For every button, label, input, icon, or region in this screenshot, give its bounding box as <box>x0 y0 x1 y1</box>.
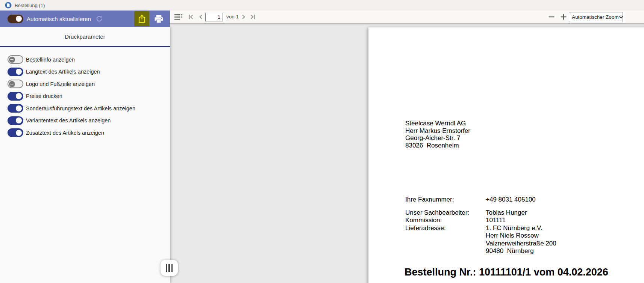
toggle-sonderausfuehrungstext-anzeigen[interactable] <box>8 104 23 113</box>
pdf-toolbar: von 1 Automatischer Zoom <box>170 11 644 24</box>
recipient-line: Herr Markus Ernstorfer <box>405 127 470 135</box>
info-row: 90480 Nürnberg <box>405 247 556 255</box>
info-row: Unser Sachbearbeiter: Tobias Hunger <box>405 209 556 217</box>
toggle-knob <box>16 105 22 111</box>
info-label: Lieferadresse: <box>405 224 486 232</box>
info-value: 101111 <box>486 217 506 224</box>
info-label: Unser Sachbearbeiter: <box>405 209 486 217</box>
param-label: Logo und Fußzeile anzeigen <box>26 81 95 87</box>
info-row: Herr Niels Rossow <box>405 232 556 240</box>
info-value: Valznerweiherstraße 200 <box>486 240 556 248</box>
sidebar-resize-handle[interactable] <box>161 260 178 276</box>
window-title: Bestellung (1) <box>15 3 45 8</box>
first-page-icon <box>188 14 194 20</box>
page-number-input[interactable] <box>205 13 223 21</box>
toggle-knob <box>16 130 22 136</box>
toggle-logo-fusszeile-anzeigen[interactable] <box>8 80 23 88</box>
sidebar-title: Druckparameter <box>65 33 105 40</box>
sidebar-section-header: Druckparameter <box>0 27 170 47</box>
pdf-viewer-area: Steelcase Werndl AG Herr Markus Ernstorf… <box>170 24 644 283</box>
share-button[interactable] <box>134 11 149 26</box>
toggle-knob <box>9 57 15 63</box>
grip-bar <box>166 264 167 272</box>
info-value: Herr Niels Rossow <box>486 232 539 240</box>
minus-icon <box>548 14 555 20</box>
next-page-button[interactable] <box>240 11 247 23</box>
param-row-logo-fusszeile: Logo und Fußzeile anzeigen <box>8 80 170 88</box>
chevron-left-icon <box>199 14 203 20</box>
toggle-bestellinfo-anzeigen[interactable] <box>8 55 23 64</box>
info-row: Ihre Faxnummer: +49 8031 405100 <box>405 196 556 204</box>
zoom-select[interactable]: Automatischer Zoom <box>569 12 623 22</box>
param-label: Zusatztext des Artikels anzeigen <box>26 130 104 136</box>
toggle-knob <box>16 93 22 99</box>
param-row-variantentext: Variantentext des Artikels anzeigen <box>8 116 170 125</box>
param-label: Variantentext des Artikels anzeigen <box>26 117 111 123</box>
toggle-variantentext-anzeigen[interactable] <box>8 116 23 125</box>
grip-bar <box>168 264 170 272</box>
auto-update-toggle[interactable] <box>8 15 23 23</box>
info-row: Kommission: 101111 <box>405 217 556 224</box>
info-label: Ihre Faxnummer: <box>405 196 486 204</box>
window-titlebar: Bestellung (1) <box>0 0 644 11</box>
info-value: Tobias Hunger <box>486 209 527 217</box>
param-row-bestellinfo: Bestellinfo anzeigen <box>8 55 170 64</box>
auto-update-label: Automatisch aktualisieren <box>27 16 91 22</box>
info-label: Kommission: <box>405 217 486 224</box>
recipient-line: 83026 Rosenheim <box>405 142 470 149</box>
first-page-button[interactable] <box>186 11 195 23</box>
pdf-page: Steelcase Werndl AG Herr Markus Ernstorf… <box>368 27 644 283</box>
refresh-icon[interactable] <box>95 15 103 23</box>
toggle-langtext-anzeigen[interactable] <box>8 68 23 76</box>
param-row-preise: Preise drucken <box>8 92 170 101</box>
info-row: Valznerweiherstraße 200 <box>405 240 556 248</box>
chevron-down-icon <box>619 16 623 19</box>
bestellung-document-icon <box>5 2 12 9</box>
param-row-sonderausfuehrungstext: Sonderausführungstext des Artikels anzei… <box>8 104 170 113</box>
info-label <box>405 247 486 255</box>
toggle-preise-drucken[interactable] <box>8 92 23 101</box>
param-label: Bestellinfo anzeigen <box>26 57 75 63</box>
toggle-sidebar-button[interactable] <box>173 11 184 23</box>
param-label: Langtext des Artikels anzeigen <box>26 69 100 75</box>
info-row: Lieferadresse: 1. FC Nürnberg e.V. <box>405 224 556 232</box>
param-row-zusatztext: Zusatztext des Artikels anzeigen <box>8 128 170 137</box>
info-value: +49 8031 405100 <box>486 196 536 204</box>
chevron-right-icon <box>241 14 246 20</box>
print-parameters-sidebar: Druckparameter Bestellinfo anzeigen Lang… <box>0 27 170 283</box>
toggle-knob <box>16 69 22 75</box>
zoom-out-button[interactable] <box>547 11 556 23</box>
toggle-knob <box>9 81 15 87</box>
toggle-zusatztext-anzeigen[interactable] <box>8 128 23 137</box>
recipient-line: Georg-Aicher-Str. 7 <box>405 134 470 142</box>
info-label <box>405 232 486 240</box>
param-row-langtext: Langtext des Artikels anzeigen <box>8 68 170 76</box>
info-value: 1. FC Nürnberg e.V. <box>486 224 542 232</box>
zoom-in-button[interactable] <box>559 11 568 23</box>
sidebar-toggle-icon <box>174 14 183 20</box>
recipient-line: Steelcase Werndl AG <box>405 120 470 127</box>
page-count-label: von 1 <box>226 11 239 23</box>
toggle-knob <box>16 117 22 123</box>
print-button[interactable] <box>151 11 166 26</box>
print-icon <box>154 14 164 24</box>
order-info-block: Ihre Faxnummer: +49 8031 405100 Unser Sa… <box>405 196 556 255</box>
recipient-address-block: Steelcase Werndl AG Herr Markus Ernstorf… <box>405 120 470 149</box>
zoom-select-value: Automatischer Zoom <box>572 14 619 20</box>
plus-icon <box>560 14 567 20</box>
param-label: Sonderausführungstext des Artikels anzei… <box>26 105 135 111</box>
info-value: 90480 Nürnberg <box>486 247 534 255</box>
info-label <box>405 240 486 248</box>
print-parameter-list: Bestellinfo anzeigen Langtext des Artike… <box>0 47 170 137</box>
share-icon <box>137 14 147 24</box>
previous-page-button[interactable] <box>197 11 205 23</box>
grip-bar <box>171 264 173 272</box>
print-panel-header: Automatisch aktualisieren <box>0 11 170 27</box>
order-heading: Bestellung Nr.: 10111101/1 vom 04.02.202… <box>405 266 608 278</box>
param-label: Preise drucken <box>26 93 62 99</box>
toggle-knob <box>16 16 22 22</box>
last-page-button[interactable] <box>248 11 257 23</box>
last-page-icon <box>250 14 256 20</box>
app-window: Bestellung (1) Automatisch aktualisieren <box>0 0 644 283</box>
